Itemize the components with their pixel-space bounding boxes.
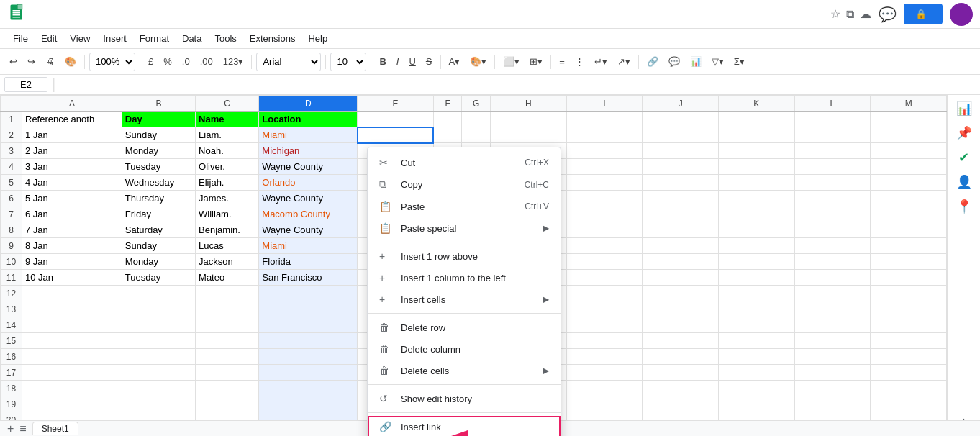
cell-d[interactable]: Wayne County <box>259 222 358 238</box>
cell-k[interactable] <box>718 254 794 270</box>
decimal-dec-button[interactable]: .0 <box>178 54 194 69</box>
cell-k[interactable] <box>718 396 794 412</box>
cell-i[interactable] <box>566 381 643 396</box>
cell-c[interactable]: Noah. <box>196 143 259 159</box>
menu-file[interactable]: File <box>7 31 34 46</box>
cell-k[interactable] <box>718 270 794 286</box>
cell-l[interactable] <box>794 222 871 238</box>
cell-l[interactable] <box>794 175 871 191</box>
cell-m[interactable] <box>871 349 947 365</box>
cell-j[interactable] <box>643 222 719 238</box>
cell-i[interactable] <box>566 365 643 381</box>
cell-a[interactable]: 8 Jan <box>22 238 122 254</box>
cell-j[interactable] <box>643 365 719 381</box>
cell-a[interactable]: 6 Jan <box>22 206 122 222</box>
menu-extensions[interactable]: Extensions <box>244 31 301 46</box>
strikethrough-button[interactable]: S <box>422 54 436 69</box>
chat-icon[interactable]: 💬 <box>879 6 897 23</box>
cell-j[interactable] <box>643 238 719 254</box>
context-menu-item-delete-row[interactable]: 🗑Delete row <box>368 317 561 338</box>
cell-b[interactable] <box>122 317 195 333</box>
cell-c[interactable] <box>196 349 259 365</box>
cell-k[interactable] <box>718 301 794 317</box>
cell-b[interactable] <box>122 365 195 381</box>
merge-button[interactable]: ⊞▾ <box>526 54 546 69</box>
cell-m[interactable] <box>871 206 947 222</box>
cell-j[interactable] <box>643 270 719 286</box>
cell-j[interactable] <box>643 127 719 143</box>
cell-i[interactable] <box>566 270 643 286</box>
cell-a[interactable]: 4 Jan <box>22 175 122 191</box>
cell-c[interactable] <box>196 381 259 396</box>
col-header-k[interactable]: K <box>718 96 794 112</box>
context-menu-item-delete-col[interactable]: 🗑Delete column <box>368 338 561 360</box>
font-select[interactable]: Arial <box>256 53 321 71</box>
cell-m[interactable] <box>871 127 947 143</box>
cell-m[interactable] <box>871 286 947 301</box>
col-header-c[interactable]: C <box>196 96 259 112</box>
cell-m[interactable] <box>871 381 947 396</box>
cell-c[interactable]: Benjamin. <box>196 222 259 238</box>
cell-m[interactable] <box>871 175 947 191</box>
cell-l[interactable] <box>794 270 871 286</box>
cell-i[interactable] <box>566 301 643 317</box>
col-header-d[interactable]: D <box>259 96 358 112</box>
menu-insert[interactable]: Insert <box>97 31 132 46</box>
cell-m[interactable] <box>871 270 947 286</box>
cell-j[interactable] <box>643 254 719 270</box>
cell-l[interactable] <box>794 127 871 143</box>
cell-b[interactable]: Monday <box>122 143 195 159</box>
cell-c[interactable]: Mateo <box>196 270 259 286</box>
cell-l[interactable] <box>794 333 871 349</box>
cell-a[interactable] <box>22 286 122 301</box>
cell-l[interactable] <box>794 143 871 159</box>
cell-a[interactable]: 5 Jan <box>22 191 122 206</box>
context-menu-item-copy[interactable]: ⧉CopyCtrl+C <box>368 173 561 196</box>
cell-b[interactable]: Wednesday <box>122 175 195 191</box>
cell-b[interactable] <box>122 301 195 317</box>
cell-h[interactable] <box>491 127 567 143</box>
cell-b[interactable] <box>122 396 195 412</box>
cell-i[interactable] <box>566 206 643 222</box>
context-menu-item-cut[interactable]: ✂CutCtrl+X <box>368 152 561 173</box>
context-menu-item-insert-col-left[interactable]: +Insert 1 column to the left <box>368 267 561 289</box>
cell-d[interactable]: Orlando <box>259 175 358 191</box>
cell-a[interactable]: 1 Jan <box>22 127 122 143</box>
cell-b[interactable]: Day <box>122 112 195 127</box>
cell-i[interactable] <box>566 254 643 270</box>
cell-k[interactable] <box>718 349 794 365</box>
cell-d[interactable] <box>259 286 358 301</box>
cell-k[interactable] <box>718 159 794 175</box>
share-button[interactable]: 🔒 <box>904 4 943 24</box>
bold-button[interactable]: B <box>376 54 389 69</box>
cell-m[interactable] <box>871 143 947 159</box>
cell-d[interactable] <box>259 396 358 412</box>
wrap-button[interactable]: ↵▾ <box>591 54 611 69</box>
cell-k[interactable] <box>718 175 794 191</box>
align-v[interactable]: ⋮ <box>571 54 588 69</box>
contacts-icon[interactable]: 👤 <box>956 174 972 190</box>
cell-l[interactable] <box>794 349 871 365</box>
cell-d[interactable]: Location <box>259 112 358 127</box>
name-box[interactable] <box>4 77 47 92</box>
number-format-button[interactable]: 123▾ <box>219 54 248 69</box>
col-header-l[interactable]: L <box>794 96 871 112</box>
cell-d[interactable] <box>259 301 358 317</box>
cell-m[interactable] <box>871 317 947 333</box>
comment-button[interactable]: 💬 <box>665 54 684 69</box>
cell-m[interactable] <box>871 159 947 175</box>
cell-m[interactable] <box>871 191 947 206</box>
cell-c[interactable] <box>196 301 259 317</box>
cell-j[interactable] <box>643 396 719 412</box>
tasks-icon[interactable]: ✔ <box>958 150 969 165</box>
cell-i[interactable] <box>566 127 643 143</box>
cell-l[interactable] <box>794 112 871 127</box>
cell-l[interactable] <box>794 286 871 301</box>
zoom-select[interactable]: 100% <box>89 53 135 71</box>
col-header-m[interactable]: M <box>871 96 947 112</box>
cell-a[interactable] <box>22 365 122 381</box>
cell-k[interactable] <box>718 238 794 254</box>
cell-b[interactable] <box>122 349 195 365</box>
cell-i[interactable] <box>566 286 643 301</box>
formula-input[interactable] <box>64 79 976 90</box>
